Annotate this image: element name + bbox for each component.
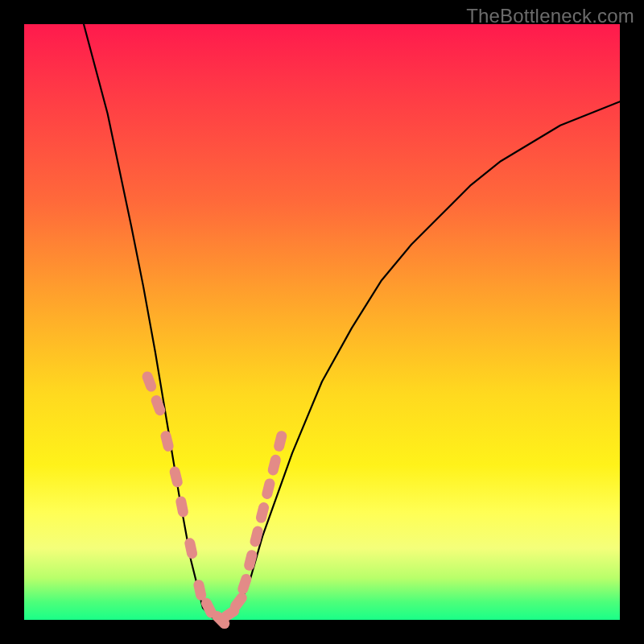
marker-point — [168, 465, 184, 488]
marker-point — [159, 430, 175, 452]
bottleneck-curve — [84, 24, 620, 620]
marker-point — [175, 495, 189, 518]
plot-area — [24, 24, 620, 620]
marker-point — [249, 525, 264, 547]
marker-point — [243, 549, 258, 572]
marker-point — [192, 579, 207, 601]
marker-point — [266, 453, 282, 476]
curve-svg — [24, 24, 620, 620]
marker-point — [184, 537, 198, 559]
chart-frame: TheBottleneck.com — [0, 0, 644, 644]
marker-point — [273, 430, 288, 452]
marker-point — [237, 572, 254, 596]
marker-point — [261, 477, 276, 500]
marker-point — [141, 370, 158, 394]
highlighted-points — [141, 370, 288, 631]
